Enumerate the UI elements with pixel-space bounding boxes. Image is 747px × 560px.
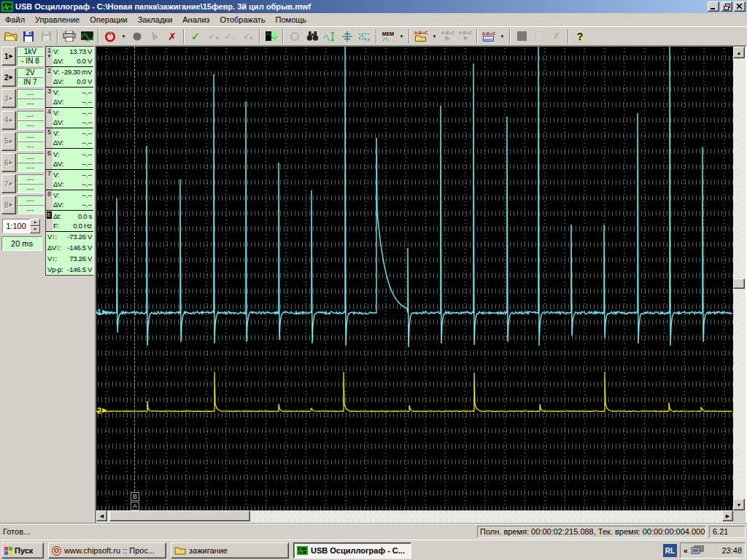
attenuation-spinner[interactable]: 1:100 ▲ ▼ — [2, 219, 43, 233]
delete-record-icon: ✗ — [168, 31, 177, 42]
channel-7-input-box[interactable]: --- — [17, 184, 44, 193]
channel-5-range-box[interactable]: --- — [17, 132, 44, 141]
select-region-button[interactable] — [513, 28, 530, 44]
minimize-button[interactable] — [708, 1, 719, 12]
frequency-line: F:0.0 Hz — [53, 222, 93, 231]
scroll-right-button[interactable]: ▶ — [722, 510, 733, 521]
menu-item-7[interactable]: Помощь — [271, 14, 312, 26]
channel-7-range-box[interactable]: --- — [17, 174, 44, 184]
restore-button[interactable] — [721, 1, 732, 12]
print-button[interactable] — [61, 28, 78, 44]
save-file-button[interactable] — [20, 28, 37, 44]
close-button[interactable] — [734, 1, 746, 12]
channel2-marker[interactable]: 2▶ — [97, 406, 107, 415]
channel-1-input-box[interactable]: - IN 8 — [17, 56, 44, 66]
invert-display-button[interactable] — [263, 28, 280, 44]
channel-3-button[interactable]: 3▶ — [1, 89, 16, 108]
channel-1-range-box[interactable]: 1kV — [17, 47, 44, 56]
task-button-1[interactable]: Owww.chipsoft.ru :: Прос... — [48, 542, 166, 559]
scroll-down-button[interactable]: ▼ — [733, 499, 745, 510]
channel-2-input-box[interactable]: IN 7 — [17, 77, 44, 87]
menu-item-2[interactable]: Управление — [30, 14, 85, 26]
spin-down-icon[interactable]: ▼ — [30, 226, 40, 233]
scroll-up-button[interactable]: ▲ — [733, 47, 745, 58]
axis-measure-button[interactable] — [338, 28, 356, 44]
cursor-measure-icon — [324, 31, 336, 42]
signal-bounds-button[interactable] — [356, 28, 374, 44]
delete-record-button[interactable]: ✗ — [163, 28, 181, 44]
start-button[interactable]: Пуск — [1, 542, 44, 559]
taskbar-clock[interactable]: 23:48 — [721, 546, 742, 555]
menu-item-6[interactable]: Отображать — [214, 14, 270, 26]
stop-record-button[interactable] — [128, 28, 146, 44]
channel-8-range-box[interactable]: --- — [17, 195, 44, 205]
channel-6-range-box[interactable]: --- — [17, 153, 44, 163]
measure-row-4: 4V:--.--ΔV:--.-- — [46, 108, 93, 128]
channel-2-button[interactable]: 2▶ — [1, 68, 16, 87]
channel-8-button[interactable]: 8▶ — [1, 195, 16, 214]
menu-item-3[interactable]: Операции — [85, 14, 132, 26]
channel-1-button[interactable]: 1▶ — [1, 47, 16, 66]
memory-dropdown-button[interactable]: ▼ — [397, 28, 406, 44]
vertical-scrollbar[interactable]: ▲ ▼ — [733, 47, 746, 510]
help-icon: ? — [577, 31, 584, 42]
scroll-left-button[interactable]: ◀ — [96, 510, 107, 521]
status-bar: Готов... Полн. время: 00:00:02:215.088, … — [0, 524, 747, 540]
sweep-rate-box[interactable]: 20 ms — [1, 236, 42, 251]
start-record-button[interactable] — [101, 28, 119, 44]
abc-panel-dropdown-button[interactable]: ▼ — [498, 28, 507, 44]
channel-4-range-box[interactable]: --- — [17, 111, 44, 120]
channel-5-button[interactable]: 5▶ — [1, 132, 16, 151]
confirm-button[interactable]: ✓ — [187, 28, 204, 44]
cursor-measure-button[interactable] — [321, 28, 338, 44]
window-title: USB Осциллограф - C:\Новая папка\зажиган… — [15, 2, 708, 11]
channel-row-1: 1▶1kV- IN 8 — [0, 47, 44, 66]
attenuation-value[interactable]: 1:100 — [2, 219, 30, 233]
waveform-plot[interactable]: 1▶ 2▶ B A — [96, 47, 733, 510]
network-icon[interactable] — [691, 545, 704, 556]
horizontal-scroll-thumb[interactable] — [109, 510, 250, 521]
open-file-button[interactable] — [2, 28, 20, 44]
horizontal-scrollbar[interactable]: ◀ ▶ — [96, 510, 733, 522]
channel-6-input-box[interactable]: --- — [17, 163, 44, 172]
menu-item-4[interactable]: Закладки — [133, 14, 178, 26]
abc-stop-button: A:B+C■ — [457, 28, 474, 44]
channel-8-input-box[interactable]: --- — [17, 205, 44, 214]
channel-3-input-box[interactable]: --- — [17, 98, 44, 108]
cursor-a-label[interactable]: A — [131, 502, 139, 510]
measure-row-number: 1▼ — [46, 47, 53, 66]
confirm-all-icon: ✓↔ — [224, 32, 236, 41]
stop-record-icon — [132, 31, 142, 42]
tray-chevron-button[interactable]: « — [684, 547, 688, 555]
channel-2-range-box[interactable]: 2V — [17, 68, 44, 77]
task-button-3[interactable]: USB Осциллограф - C... — [293, 542, 411, 559]
channel1-marker[interactable]: 1▶ — [97, 308, 107, 316]
abc-panel-button[interactable]: A:B+C — [480, 28, 498, 44]
measure-row-number: 3 — [46, 88, 53, 107]
channel-4-input-box[interactable]: --- — [17, 120, 44, 130]
scope-display: 1▶ 2▶ B A ▲ ▼ ◀ ▶ — [95, 45, 747, 524]
channel-delta-line: ΔV:--.-- — [53, 98, 93, 107]
channel-6-button[interactable]: 6▶ — [1, 153, 16, 172]
memory-button[interactable]: MEM — [379, 28, 397, 44]
channel-arrow-icon: ▶ — [9, 139, 13, 144]
abc-open-button[interactable]: A:B+C — [412, 28, 430, 44]
menu-item-1[interactable]: Файл — [0, 14, 30, 26]
channel-5-input-box[interactable]: --- — [17, 141, 44, 151]
print-preview-button[interactable] — [78, 28, 96, 44]
signal-bounds-icon — [359, 31, 371, 42]
channel-4-button[interactable]: 4▶ — [1, 111, 16, 130]
abc-open-dropdown-button[interactable]: ▼ — [430, 28, 439, 44]
save-fragment-icon — [42, 31, 51, 41]
record-options-dropdown-button[interactable]: ▼ — [119, 28, 128, 44]
spin-up-icon[interactable]: ▲ — [30, 219, 40, 226]
menu-item-5[interactable]: Анализ — [177, 14, 214, 26]
channel-7-button[interactable]: 7▶ — [1, 174, 16, 193]
task-button-2[interactable]: зажигание — [171, 542, 289, 559]
vertical-scroll-thumb[interactable] — [733, 279, 745, 289]
keyboard-layout-indicator[interactable]: RL — [663, 544, 677, 557]
search-button[interactable] — [303, 28, 321, 44]
cursor-b-label[interactable]: B — [131, 492, 139, 501]
help-button[interactable]: ? — [571, 28, 589, 44]
channel-3-range-box[interactable]: --- — [17, 89, 44, 98]
